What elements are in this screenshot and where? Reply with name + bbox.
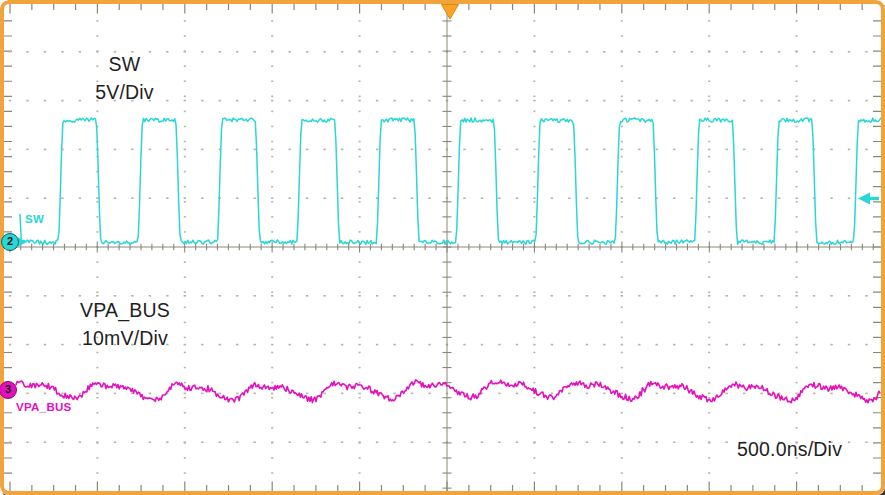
trigger-position-marker-icon [442, 5, 459, 20]
oscilloscope-screenshot: SW 5V/Div VPA_BUS 10mV/Div 500.0ns/Div S… [0, 0, 885, 495]
vpa-bus-trace [16, 380, 880, 403]
timebase-label: 500.0ns/Div [712, 436, 867, 464]
ch3-annotation-scale: 10mV/Div [45, 325, 205, 353]
ch3-annotation-name: VPA_BUS [45, 297, 205, 325]
ch3-annotation: VPA_BUS 10mV/Div [45, 297, 205, 352]
ch2-annotation-name: SW [47, 51, 202, 79]
ch2-annotation-scale: 5V/Div [47, 79, 202, 107]
ch2-annotation: SW 5V/Div [47, 51, 202, 106]
ch2-trace-label: SW [25, 213, 44, 225]
ch2-marker-badge: 2 [1, 233, 19, 251]
sw-trace [20, 118, 881, 244]
ch3-trace-label: VPA_BUS [16, 401, 72, 413]
waveform-traces [16, 118, 881, 403]
ch2-reference-arrow-icon [18, 238, 27, 247]
trigger-level-arrow-icon [858, 193, 879, 205]
